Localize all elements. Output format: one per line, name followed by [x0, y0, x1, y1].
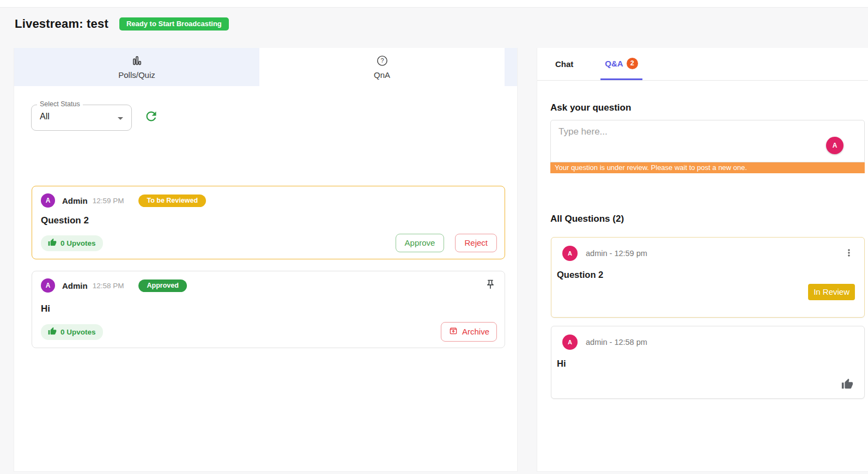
author-line: admin - 12:58 pm	[586, 338, 857, 347]
archive-label: Archive	[462, 327, 489, 337]
card-footer	[557, 373, 857, 392]
tab-chat-label: Chat	[555, 59, 573, 69]
author-name: Admin	[62, 196, 88, 205]
tab-polls-quiz[interactable]: Polls/Quiz	[14, 48, 259, 86]
avatar: A	[562, 335, 578, 350]
pin-button[interactable]	[485, 279, 496, 291]
audience-panel: Chat Q&A 2 Ask your question A Your ques…	[537, 48, 868, 472]
avatar: A	[562, 246, 578, 261]
upvote-count: 0 Upvotes	[41, 324, 103, 340]
card-header: A Admin 12:59 PM To be Reviewed	[41, 193, 497, 208]
help-icon: ?	[376, 54, 389, 69]
tab-chat[interactable]: Chat	[554, 48, 574, 80]
audience-tabs: Chat Q&A 2	[537, 48, 868, 81]
refresh-icon	[144, 109, 159, 125]
question-text: Hi	[557, 358, 857, 369]
card-footer: 0 Upvotes Approve Reject	[41, 234, 497, 252]
poll-icon	[131, 54, 143, 69]
unarchive-icon	[448, 326, 458, 338]
refresh-button[interactable]	[142, 108, 160, 126]
message-time: 12:58 PM	[93, 282, 124, 290]
tab-qna-label: QnA	[374, 70, 390, 80]
message-time: 12:59 PM	[93, 197, 124, 205]
card-footer: In Review	[557, 284, 857, 300]
approve-button[interactable]: Approve	[396, 234, 445, 252]
reject-button[interactable]: Reject	[455, 234, 497, 252]
avatar: A	[41, 278, 55, 293]
tab-qna[interactable]: ? QnA	[259, 48, 505, 86]
question-text: Question 2	[41, 215, 497, 226]
moderation-question-card: A Admin 12:58 PM Approved Hi 0 Upvotes	[32, 271, 505, 348]
audience-question-card: A admin - 12:59 pm Question 2 In Review	[551, 237, 865, 318]
like-button[interactable]	[841, 378, 853, 392]
svg-text:?: ?	[380, 57, 384, 64]
thumb-up-icon	[48, 238, 57, 248]
review-notice-banner: Your question is under review. Please wa…	[550, 162, 865, 173]
push-pin-icon	[485, 283, 496, 291]
chevron-down-icon	[114, 112, 127, 127]
question-text: Hi	[41, 303, 497, 314]
card-header: A Admin 12:58 PM Approved	[41, 278, 497, 293]
upvote-count: 0 Upvotes	[41, 235, 103, 251]
status-filter-value: All	[40, 112, 50, 121]
upvote-label: 0 Upvotes	[60, 239, 96, 247]
card-header: A admin - 12:58 pm	[557, 335, 857, 350]
moderation-actions: Approve Reject	[396, 234, 497, 252]
status-filter-select[interactable]: Select Status All	[31, 105, 132, 131]
status-badge: Approved	[138, 279, 186, 292]
status-badge: To be Reviewed	[138, 195, 206, 207]
author-name: Admin	[62, 281, 88, 290]
status-filter-label: Select Status	[37, 100, 83, 108]
question-input[interactable]	[550, 120, 865, 162]
more-vert-icon	[843, 252, 854, 260]
archive-button[interactable]: Archive	[441, 322, 497, 342]
tab-polls-quiz-label: Polls/Quiz	[118, 70, 155, 80]
avatar: A	[41, 193, 55, 208]
qa-count-badge: 2	[627, 58, 638, 69]
ask-question-box: A Your question is under review. Please …	[550, 120, 865, 173]
tab-qa-label: Q&A	[605, 59, 623, 68]
upvote-label: 0 Upvotes	[60, 328, 96, 336]
thumb-up-icon	[841, 384, 853, 392]
ask-question-heading: Ask your question	[550, 102, 631, 113]
page-title: Livestream: test	[15, 17, 108, 31]
author-line: admin - 12:59 pm	[586, 249, 842, 258]
moderation-actions: Archive	[441, 322, 497, 342]
moderation-question-card: A Admin 12:59 PM To be Reviewed Question…	[32, 186, 505, 259]
card-header: A admin - 12:59 pm	[557, 246, 857, 261]
page-header: Livestream: test Ready to Start Broadcas…	[15, 17, 229, 31]
in-review-badge: In Review	[808, 284, 855, 300]
qna-moderation-content: Select Status All A Admin 12:59 PM To be…	[14, 86, 517, 472]
top-app-bar	[0, 0, 868, 8]
audience-question-card: A admin - 12:58 pm Hi	[551, 326, 865, 399]
question-text: Question 2	[557, 270, 857, 280]
tab-qa[interactable]: Q&A 2	[600, 48, 642, 80]
moderation-panel: Polls/Quiz ? QnA Select Status All	[14, 48, 518, 472]
more-options-button[interactable]	[842, 246, 855, 261]
card-footer: 0 Upvotes Archive	[41, 322, 497, 342]
all-questions-heading: All Questions (2)	[550, 214, 624, 224]
broadcast-status-badge: Ready to Start Broadcasting	[119, 17, 229, 31]
moderation-tabs: Polls/Quiz ? QnA	[14, 48, 517, 86]
thumb-up-icon	[48, 327, 57, 337]
qa-section: Ask your question A Your question is und…	[537, 81, 868, 471]
send-question-button[interactable]: A	[826, 137, 843, 154]
